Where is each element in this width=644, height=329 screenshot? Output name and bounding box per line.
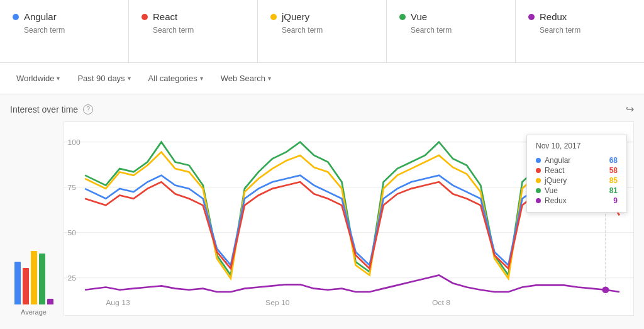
tooltip-value-redux: 9 bbox=[605, 196, 618, 205]
react-dot bbox=[142, 14, 148, 20]
vue-name: Vue bbox=[411, 11, 427, 22]
svg-text:Oct 8: Oct 8 bbox=[432, 298, 450, 307]
redux-name: Redux bbox=[540, 11, 567, 22]
tooltip-dot-react bbox=[536, 168, 541, 173]
term-jquery[interactable]: jQuery Search term bbox=[258, 0, 387, 62]
category-label: All categories bbox=[148, 74, 197, 83]
svg-text:75: 75 bbox=[68, 183, 77, 192]
tooltip-label-angular: Angular bbox=[545, 156, 570, 165]
term-angular[interactable]: Angular Search term bbox=[0, 0, 129, 62]
tooltip-dot-redux bbox=[536, 198, 541, 203]
bar-chart-area: Average bbox=[10, 121, 57, 316]
tooltip-dot-angular bbox=[536, 158, 541, 163]
tooltip-label-redux: Redux bbox=[545, 196, 567, 205]
tooltip-row-angular: Angular 68 bbox=[536, 155, 618, 165]
location-chevron: ▾ bbox=[57, 75, 60, 82]
jquery-name: jQuery bbox=[282, 11, 309, 22]
tooltip-label-jquery: jQuery bbox=[545, 176, 567, 185]
svg-point-16 bbox=[602, 286, 609, 293]
svg-text:50: 50 bbox=[68, 228, 77, 237]
tooltip-dot-jquery bbox=[536, 178, 541, 183]
tooltip-value-jquery: 85 bbox=[605, 176, 618, 185]
svg-text:100: 100 bbox=[68, 138, 81, 147]
search-terms-bar: Angular Search term React Search term jQ… bbox=[0, 0, 644, 63]
jquery-dot bbox=[270, 14, 277, 20]
redux-type: Search term bbox=[528, 26, 631, 35]
svg-text:Sep 10: Sep 10 bbox=[265, 298, 290, 307]
search-type-label: Web Search bbox=[221, 74, 265, 83]
search-type-filter[interactable]: Web Search ▾ bbox=[214, 70, 277, 87]
tooltip-value-react: 58 bbox=[605, 166, 618, 175]
bar-react bbox=[23, 268, 29, 304]
svg-text:25: 25 bbox=[68, 274, 77, 282]
category-chevron: ▾ bbox=[200, 75, 203, 82]
period-chevron: ▾ bbox=[128, 75, 131, 82]
tooltip-label-react: React bbox=[545, 166, 564, 175]
term-vue[interactable]: Vue Search term bbox=[387, 0, 516, 62]
vue-dot bbox=[399, 14, 406, 20]
filters-bar: Worldwide ▾ Past 90 days ▾ All categorie… bbox=[0, 63, 644, 94]
category-filter[interactable]: All categories ▾ bbox=[142, 70, 209, 87]
jquery-type: Search term bbox=[270, 26, 374, 35]
chart-container: Average 100 75 50 25 Aug 13 Sep 10 Oct 8 bbox=[10, 121, 634, 316]
location-label: Worldwide bbox=[16, 74, 54, 83]
term-react[interactable]: React Search term bbox=[129, 0, 258, 62]
bar-chart-bars bbox=[14, 211, 53, 306]
bar-vue bbox=[39, 254, 45, 304]
line-chart-area: 100 75 50 25 Aug 13 Sep 10 Oct 8 bbox=[64, 121, 634, 316]
term-redux[interactable]: Redux Search term bbox=[516, 0, 644, 62]
tooltip-dot-vue bbox=[536, 188, 541, 193]
section-header: Interest over time ? ↪ bbox=[10, 103, 634, 115]
help-icon[interactable]: ? bbox=[83, 104, 93, 114]
tooltip-row-vue: Vue 81 bbox=[536, 186, 618, 196]
chart-tooltip: Nov 10, 2017 Angular 68 React 58 bbox=[526, 135, 627, 213]
tooltip-date: Nov 10, 2017 bbox=[536, 142, 618, 150]
tooltip-row-jquery: jQuery 85 bbox=[536, 176, 618, 186]
share-icon[interactable]: ↪ bbox=[626, 103, 634, 115]
angular-type: Search term bbox=[13, 26, 116, 35]
tooltip-row-redux: Redux 9 bbox=[536, 196, 618, 206]
period-filter[interactable]: Past 90 days ▾ bbox=[71, 70, 136, 87]
search-type-chevron: ▾ bbox=[268, 75, 271, 82]
chart-section: Interest over time ? ↪ Average bbox=[0, 94, 644, 329]
react-type: Search term bbox=[142, 26, 245, 35]
react-name: React bbox=[153, 11, 177, 22]
angular-dot bbox=[13, 14, 19, 20]
bar-angular bbox=[14, 262, 21, 304]
redux-dot bbox=[528, 14, 535, 20]
vue-type: Search term bbox=[399, 26, 502, 35]
bar-jquery bbox=[31, 251, 37, 304]
angular-name: Angular bbox=[24, 11, 57, 22]
section-title-text: Interest over time bbox=[10, 104, 78, 114]
bar-average-label: Average bbox=[21, 308, 47, 316]
period-label: Past 90 days bbox=[77, 74, 125, 83]
tooltip-label-vue: Vue bbox=[545, 186, 558, 195]
svg-text:Aug 13: Aug 13 bbox=[106, 298, 130, 307]
tooltip-row-react: React 58 bbox=[536, 165, 618, 176]
location-filter[interactable]: Worldwide ▾ bbox=[10, 70, 66, 87]
tooltip-value-angular: 68 bbox=[605, 156, 618, 165]
tooltip-value-vue: 81 bbox=[605, 186, 618, 195]
bar-redux bbox=[47, 299, 53, 304]
